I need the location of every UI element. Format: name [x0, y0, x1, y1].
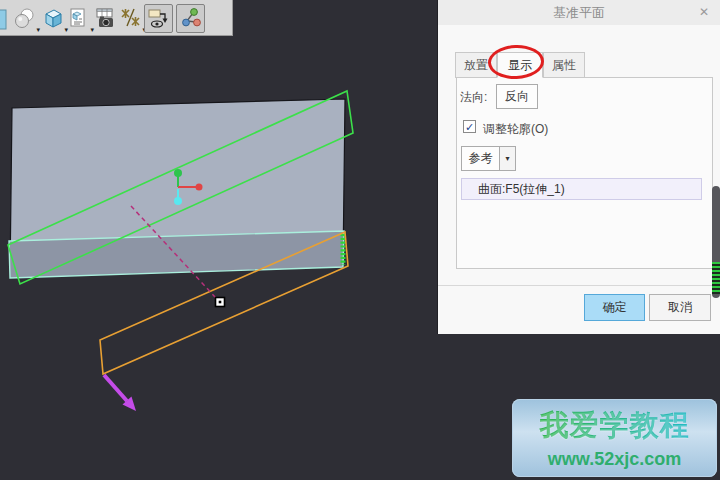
normal-flip-arrow[interactable] [104, 375, 136, 411]
datum-asterisk-icon [119, 6, 143, 30]
edge-highlight-hatch [712, 262, 720, 294]
spin-center-icon [178, 6, 203, 31]
triad-cyan-dot[interactable] [174, 197, 182, 205]
cancel-button[interactable]: 取消 [649, 294, 711, 321]
dialog-titlebar: 基准平面 ✕ [438, 0, 720, 25]
flip-button[interactable]: 反向 [496, 84, 538, 109]
spin-center-button[interactable] [176, 4, 205, 33]
render-style-button[interactable]: ▾ [12, 5, 38, 32]
annotation-display-button[interactable] [144, 4, 173, 33]
normal-label: 法向: [460, 89, 487, 106]
dialog-title: 基准平面 [553, 4, 605, 22]
watermark-badge: 我爱学教程 www.52xjc.com [512, 399, 717, 477]
shaded-cube-icon [41, 6, 65, 30]
watermark-url: www.52xjc.com [512, 449, 717, 470]
display-style-button[interactable]: ▾ [40, 5, 66, 32]
datum-display-filters-button[interactable]: ▾ [118, 5, 144, 32]
view-manager-button[interactable]: ▾ [66, 5, 92, 32]
dialog-separator [438, 285, 720, 286]
spheres-icon [13, 6, 37, 30]
datum-plane-dialog: 基准平面 ✕ 放置 显示 属性 法向: 反向 ✓ 调整轮廓(O) 参考 ▾ 曲面… [437, 0, 720, 334]
reference-list-item[interactable]: 曲面:F5(拉伸_1) [461, 178, 702, 200]
saved-views-button[interactable] [92, 5, 118, 32]
graphics-toolbar: ▾ ▾ ▾ [0, 0, 233, 36]
adjust-outline-label: 调整轮廓(O) [483, 121, 548, 138]
drag-handle-square[interactable] [216, 298, 225, 307]
camera-table-icon [93, 6, 117, 30]
ok-button[interactable]: 确定 [584, 294, 645, 321]
chevron-down-icon[interactable]: ▾ [499, 146, 516, 171]
tab-properties[interactable]: 属性 [543, 52, 585, 78]
reference-dropdown-button[interactable]: 参考 [461, 146, 500, 171]
view-page-icon [67, 6, 91, 30]
adjust-outline-checkbox[interactable]: ✓ [463, 120, 476, 133]
triad-red-dot[interactable] [196, 184, 203, 191]
annotation-eye-icon [146, 6, 171, 31]
triad-green-dot[interactable] [174, 169, 182, 177]
watermark-title: 我爱学教程 [512, 406, 717, 446]
display-tab-groupbox [456, 77, 713, 269]
close-icon[interactable]: ✕ [697, 5, 711, 19]
